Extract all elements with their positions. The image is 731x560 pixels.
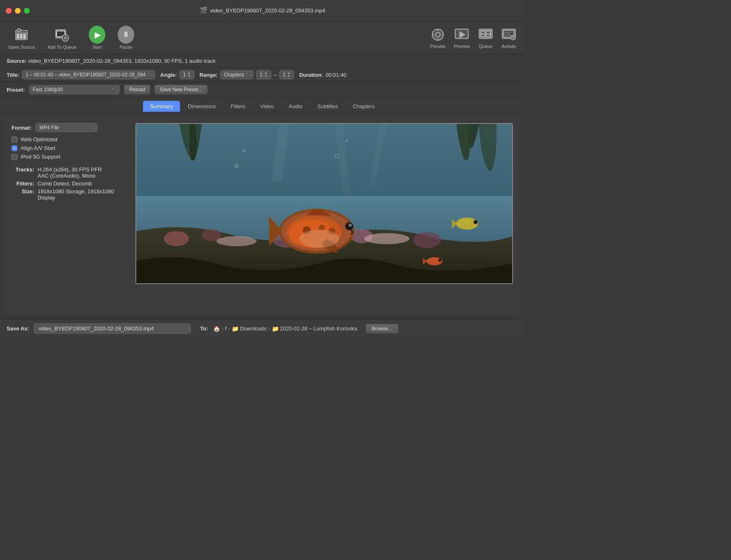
close-button[interactable]	[6, 8, 12, 14]
title-select[interactable]: 1 – 00:01:40 – video_BYEDP190807_2020-02…	[22, 70, 155, 79]
save-as-input[interactable]	[34, 323, 191, 334]
svg-point-60	[299, 230, 339, 248]
main-content: Format: MP4 File Web Optimized Align A/V…	[5, 116, 520, 315]
tab-summary[interactable]: Summary	[143, 101, 180, 112]
queue-label: Queue	[479, 44, 492, 49]
tab-audio[interactable]: Audio	[282, 101, 309, 112]
range-end-value: 1	[283, 72, 286, 78]
web-optimized-row[interactable]: Web Optimized	[12, 136, 127, 142]
format-select[interactable]: MP4 File	[36, 123, 97, 132]
maximize-button[interactable]	[24, 8, 30, 14]
add-to-queue-icon	[54, 26, 70, 43]
left-panel: Format: MP4 File Web Optimized Align A/V…	[12, 123, 127, 308]
duration-label: Duration:	[299, 72, 323, 78]
home-icon: 🏠	[213, 325, 220, 332]
tracks-row: Tracks: H.264 (x264), 30 FPS PFR AAC (Co…	[12, 166, 127, 179]
right-panel	[135, 123, 513, 308]
svg-point-35	[513, 37, 513, 38]
angle-stepper[interactable]: 1 ▲ ▼	[179, 70, 195, 79]
tabs-bar: Summary Dimensions Filters Video Audio S…	[0, 97, 525, 112]
video-preview-svg	[136, 124, 512, 283]
add-to-queue-button[interactable]: Add To Queue	[47, 26, 76, 50]
activity-icon	[501, 27, 516, 42]
tab-subtitles[interactable]: Subtitles	[310, 101, 345, 112]
source-info-row: Source: video_BYEDP190807_2020-02-28_094…	[0, 55, 525, 68]
range-label: Range:	[199, 72, 218, 78]
tab-filters[interactable]: Filters	[224, 101, 252, 112]
presets-icon	[430, 27, 445, 42]
svg-rect-27	[486, 34, 490, 36]
downloads-folder: 📁 Downloads	[232, 325, 266, 332]
filters-value: Comb Detect, Decomb	[38, 180, 92, 187]
ipod-checkbox[interactable]	[12, 154, 17, 160]
svg-rect-26	[481, 34, 485, 36]
preset-select-wrapper[interactable]: Fast 1080p30	[29, 85, 120, 94]
ipod-label: iPod 5G Support	[21, 154, 60, 160]
minimize-button[interactable]	[15, 8, 21, 14]
save-as-label: Save As:	[7, 325, 29, 332]
add-to-queue-label: Add To Queue	[47, 45, 76, 50]
activity-button[interactable]: Activity	[501, 27, 516, 49]
preview-button[interactable]: Preview	[454, 27, 470, 49]
svg-rect-2	[17, 29, 21, 31]
queue-icon	[478, 27, 493, 42]
angle-label: Angle:	[160, 72, 177, 78]
pause-icon: ⏸	[118, 26, 134, 43]
open-source-icon	[13, 26, 30, 43]
tracks-line1: H.264 (x264), 30 FPS PFR	[38, 166, 102, 173]
svg-point-59	[349, 224, 351, 227]
range-type-select[interactable]: Chapters	[220, 70, 254, 79]
size-value: 1918x1080 Storage, 1918x1080 Display	[38, 188, 127, 201]
web-optimized-label: Web Optimized	[21, 136, 57, 142]
range-dash: –	[274, 72, 277, 78]
tracks-label: Tracks:	[12, 166, 34, 173]
browse-button[interactable]: Browse...	[366, 324, 399, 334]
angle-arrows[interactable]: ▲ ▼	[187, 71, 191, 78]
title-label: Title:	[7, 72, 19, 78]
titlebar: 🎬 video_BYEDP190807_2020-02-28_094353.mp…	[0, 0, 525, 21]
reload-button[interactable]: Reload	[124, 85, 150, 95]
svg-rect-24	[481, 31, 485, 34]
range-type-wrapper[interactable]: Chapters	[220, 70, 254, 79]
tab-dimensions[interactable]: Dimensions	[181, 101, 223, 112]
format-select-wrapper[interactable]: MP4 File	[36, 123, 97, 132]
duration-group: Duration: 00:01:40	[299, 72, 346, 78]
range-end-arrows[interactable]: ▲ ▼	[287, 71, 290, 78]
preset-select[interactable]: Fast 1080p30	[29, 85, 120, 94]
toolbar: Open Source Add To Queue ▶ Start ⏸	[0, 21, 525, 55]
range-end-stepper[interactable]: 1 ▲ ▼	[279, 70, 294, 79]
filters-row: Filters: Comb Detect, Decomb	[12, 180, 127, 187]
svg-point-62	[474, 220, 478, 224]
start-button[interactable]: ▶ Start	[89, 26, 105, 50]
queue-button[interactable]: Queue	[478, 27, 493, 49]
format-label: Format:	[12, 125, 31, 131]
tracks-line2: AAC (CoreAudio), Mono	[38, 173, 102, 179]
svg-point-64	[439, 259, 441, 261]
open-source-button[interactable]: Open Source	[8, 26, 35, 50]
align-av-row[interactable]: Align A/V Start	[12, 145, 127, 151]
angle-group: Angle: 1 ▲ ▼	[160, 70, 195, 79]
align-av-checkbox[interactable]	[12, 145, 17, 151]
tab-video[interactable]: Video	[253, 101, 281, 112]
window-controls[interactable]	[6, 8, 30, 14]
source-value: video_BYEDP190807_2020-02-28_094353, 192…	[28, 58, 216, 64]
format-row: Format: MP4 File	[12, 123, 127, 132]
angle-value: 1	[183, 72, 186, 78]
save-new-preset-button[interactable]: Save New Preset...	[154, 85, 208, 95]
range-start-arrows[interactable]: ▲ ▼	[264, 71, 268, 78]
ipod-row[interactable]: iPod 5G Support	[12, 154, 127, 160]
file-icon: 🎬	[199, 7, 208, 14]
range-start-stepper[interactable]: 1 ▲ ▼	[256, 70, 271, 79]
open-source-label: Open Source	[8, 45, 35, 50]
presets-button[interactable]: Presets	[430, 27, 446, 49]
svg-rect-8	[24, 37, 26, 38]
svg-rect-4	[20, 34, 22, 36]
tab-chapters[interactable]: Chapters	[346, 101, 382, 112]
title-select-wrapper[interactable]: 1 – 00:01:40 – video_BYEDP190807_2020-02…	[22, 70, 155, 79]
pause-label: Pause	[119, 45, 132, 50]
web-optimized-checkbox[interactable]	[12, 137, 17, 142]
toolbar-right: Presets Preview	[430, 27, 516, 49]
start-icon: ▶	[89, 26, 105, 43]
destination-folder: 📁 2020-02-28 – Lumpfish Korsvika	[272, 325, 357, 332]
pause-button[interactable]: ⏸ Pause	[118, 26, 134, 50]
